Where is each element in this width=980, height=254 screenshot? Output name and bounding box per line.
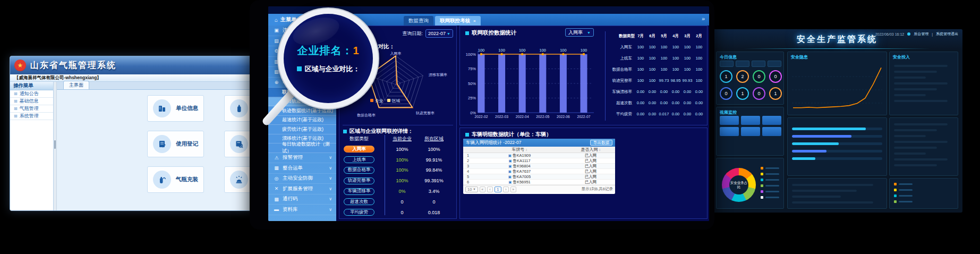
close-tab-icon[interactable]: × xyxy=(473,19,476,23)
month-cell: 0.00 xyxy=(635,89,646,94)
ring-gauge: 0 xyxy=(753,70,765,83)
alert-icon xyxy=(230,171,248,189)
table-row[interactable]: 4▣鲁KA7637已入网 xyxy=(463,169,615,174)
first-page-button[interactable]: « xyxy=(480,187,485,192)
col-status[interactable]: 是否入网 xyxy=(581,147,598,152)
menu-icon: ✕ xyxy=(274,186,279,191)
submenu-item-疲劳统计(基于运政)[interactable]: 疲劳统计(基于运政) xyxy=(268,125,336,134)
sidebar-item-通行码[interactable]: ▩通行码∨ xyxy=(268,194,336,205)
truck-icon: ▣ xyxy=(508,170,512,173)
col-plate[interactable]: 车牌号 xyxy=(512,147,524,152)
month-cell: 0.00 xyxy=(658,100,670,105)
legend-item-区域[interactable]: 区域 xyxy=(387,98,400,104)
month-cell: 0.00 xyxy=(658,89,670,94)
tile-label: 使用登记 xyxy=(176,140,198,148)
query-date-select[interactable]: 2022-07 ▼ xyxy=(425,29,453,38)
month-cell: 100 xyxy=(681,45,693,49)
rank-value: 1 xyxy=(353,45,359,56)
legend-item xyxy=(894,200,913,203)
navbar-more-icon[interactable]: » xyxy=(702,15,705,22)
data-type-button-上线率[interactable]: 上线率 xyxy=(344,156,374,163)
svg-text:25%: 25% xyxy=(468,96,476,100)
sidebar-item-资料库[interactable]: ▬资料库∨ xyxy=(268,205,336,215)
table-row[interactable]: 1▣鲁KA1909已入网 xyxy=(463,153,615,158)
expand-plus-icon[interactable]: ⊞ xyxy=(14,91,18,96)
data-type-button-数据合格率[interactable]: 数据合格率 xyxy=(344,167,374,174)
video-panel: 视频监控 xyxy=(716,107,784,156)
risk-bars-panel xyxy=(787,117,887,176)
stat-chip xyxy=(768,61,781,67)
data-type-button-轨迹完整率[interactable]: 轨迹完整率 xyxy=(344,177,374,184)
sidebar-item-主动安全防御[interactable]: ◎主动安全防御∨ xyxy=(268,174,336,184)
legend-item xyxy=(894,194,913,197)
risk-bar xyxy=(792,157,882,160)
data-type-button-入网率[interactable]: 入网率 xyxy=(344,146,374,153)
legend-item xyxy=(761,167,779,170)
data-type-button-车辆漂移率[interactable]: 车辆漂移率 xyxy=(344,188,374,195)
doc-tab-数据查询[interactable]: 数据查询 xyxy=(404,16,433,26)
submenu-item-每日轨迹数据统计（测试）[interactable]: 每日轨迹数据统计（测试） xyxy=(268,143,336,153)
tile-filling[interactable]: 气瓶充装 xyxy=(147,166,204,193)
data-type-button-超速次数[interactable]: 超速次数 xyxy=(344,198,374,205)
submenu-item-超速统计(基于运政)[interactable]: 超速统计(基于运政) xyxy=(268,116,336,125)
sidebar-item-扩展服务管理[interactable]: ✕扩展服务管理∨ xyxy=(268,184,336,194)
expand-plus-icon[interactable]: ⊞ xyxy=(14,106,18,111)
table-row[interactable]: 2▣鲁KA1117已入网 xyxy=(463,158,615,164)
month-cell: 100 xyxy=(670,45,681,49)
cylinder-menu-item-3[interactable]: ⊞气瓶管理 xyxy=(10,105,53,113)
cylinder-menu-item-4[interactable]: ⊞系统管理 xyxy=(10,113,53,120)
last-page-button[interactable]: » xyxy=(510,187,516,192)
cylinder-icon xyxy=(230,99,248,117)
video-button[interactable] xyxy=(762,116,781,125)
risk-bar xyxy=(792,150,882,153)
home-icon: ⌂ xyxy=(275,17,278,23)
doc-tab-联网联控考核[interactable]: 联网联控考核× xyxy=(435,16,481,26)
next-page-button[interactable]: › xyxy=(503,187,509,192)
table-row[interactable]: 3▣鲁K96804已入网 xyxy=(463,164,615,169)
video-button[interactable] xyxy=(720,127,739,136)
today-info-panel: 今日信息 1200 0101 xyxy=(716,52,784,105)
month-row-label: 轨迹完整率 xyxy=(609,78,635,83)
page-size-select[interactable]: 10▼ xyxy=(465,187,478,192)
col-data-type: 数据类型 xyxy=(344,136,374,142)
svg-text:50%: 50% xyxy=(468,81,476,86)
expand-plus-icon[interactable]: ⊞ xyxy=(14,114,18,118)
video-button[interactable] xyxy=(720,116,739,125)
table-row[interactable]: 5▣鲁KA7005已入网 xyxy=(463,174,615,180)
plate-number: 鲁KA7005 xyxy=(513,174,531,179)
legend-item xyxy=(894,189,913,191)
tab-main[interactable]: 主界面 xyxy=(63,81,89,89)
company-value: 0 xyxy=(385,199,419,205)
svg-text:数据合格率: 数据合格率 xyxy=(357,113,376,117)
month-cell: 100 xyxy=(693,56,705,61)
data-type-button-平均疲劳[interactable]: 平均疲劳 xyxy=(344,209,374,216)
prev-page-button[interactable]: ‹ xyxy=(487,187,493,192)
detail-section-title: 区域与企业联网联控详情： xyxy=(343,128,413,135)
tile-building[interactable]: 单位信息 xyxy=(147,95,204,122)
vehicle-panel-title: 车辆明细数据统计（单位：车辆） xyxy=(465,131,551,138)
detail-row-轨迹完整率: 轨迹完整率100%99.391% xyxy=(339,175,456,186)
cylinder-sidebar: 操作菜单 ⊞通知公告⊞基础信息⊞气瓶管理⊞系统管理 xyxy=(10,82,54,210)
menu-icon: ▣ xyxy=(274,28,279,33)
video-button[interactable] xyxy=(762,127,781,136)
sidebar-item-整合运单[interactable]: ▦整合运单∨ xyxy=(268,163,336,174)
investment-label: 安全投入 xyxy=(893,54,910,60)
expand-plus-icon[interactable]: ⊞ xyxy=(14,99,18,104)
current-page[interactable]: 1 xyxy=(495,187,501,192)
cylinder-menu-item-1[interactable]: ⊞通知公告 xyxy=(10,90,53,98)
month-cell: 100 xyxy=(646,56,658,61)
legend-item-企业[interactable]: 企业 xyxy=(370,98,383,104)
svg-text:轨迹完整率: 轨迹完整率 xyxy=(415,111,434,115)
month-cell: 100 xyxy=(670,67,681,72)
export-button[interactable]: 导出数据 xyxy=(590,140,612,146)
table-row[interactable]: 6▣鲁K56951已入网 xyxy=(463,180,615,185)
tile-register[interactable]: 使用登记 xyxy=(147,131,204,157)
video-button[interactable] xyxy=(741,116,760,125)
region-value: 3.4% xyxy=(419,189,449,194)
video-button[interactable] xyxy=(741,127,760,136)
svg-text:100: 100 xyxy=(540,48,547,53)
stat-chip xyxy=(736,61,749,67)
region-value: 100% xyxy=(419,147,449,152)
detail-row-超速次数: 超速次数00 xyxy=(339,197,456,207)
cylinder-menu-item-2[interactable]: ⊞基础信息 xyxy=(10,98,53,105)
